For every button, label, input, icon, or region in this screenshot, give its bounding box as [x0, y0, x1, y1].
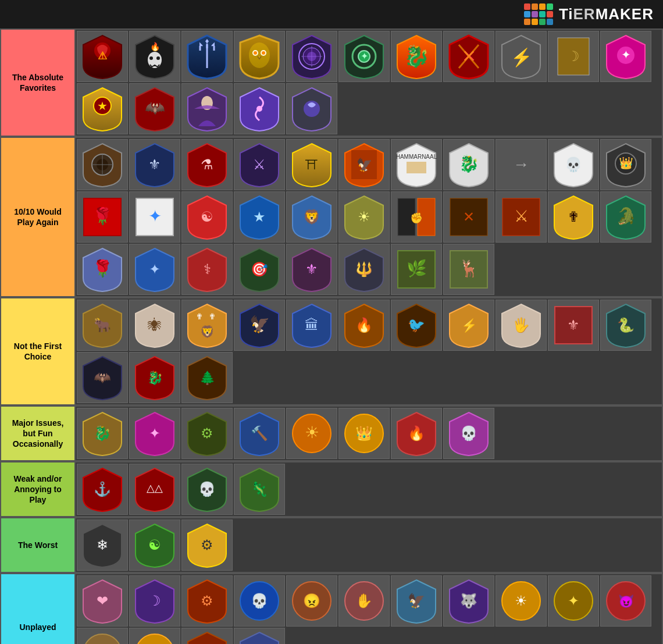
- list-item[interactable]: 🌹: [77, 191, 128, 243]
- svg-text:🖐: 🖐: [512, 316, 530, 333]
- list-item[interactable]: 🐍: [600, 300, 651, 351]
- list-item[interactable]: [286, 83, 337, 134]
- list-item[interactable]: ✋: [338, 575, 390, 627]
- list-item[interactable]: 🕷: [129, 300, 180, 351]
- list-item[interactable]: 🔱: [338, 244, 390, 295]
- list-item[interactable]: 🐛: [77, 628, 128, 644]
- list-item[interactable]: ✦: [548, 575, 599, 627]
- list-item[interactable]: ⚙: [181, 408, 233, 459]
- list-item[interactable]: 💀: [181, 464, 233, 515]
- list-item[interactable]: ⚡: [443, 300, 494, 351]
- list-item[interactable]: 🐺: [443, 575, 494, 627]
- list-item[interactable]: ★: [234, 191, 285, 243]
- list-item[interactable]: △△: [129, 464, 180, 515]
- svg-text:🦁: 🦁: [303, 208, 320, 225]
- tier-items-not-first-choice: 🐂 🕷 ✟✟🦁 🦅 🏛 🔥 🐦 ⚡: [76, 298, 662, 404]
- list-item[interactable]: ⚙: [181, 520, 233, 571]
- list-item[interactable]: ★: [77, 83, 128, 134]
- logo-color-cell: [539, 3, 546, 10]
- list-item[interactable]: 🦁: [286, 191, 337, 243]
- list-item[interactable]: ✦: [338, 31, 390, 82]
- list-item[interactable]: ✦: [129, 244, 180, 295]
- list-item[interactable]: 😠: [286, 575, 337, 627]
- list-item[interactable]: 🦅: [234, 300, 285, 351]
- list-item[interactable]: ☀: [496, 575, 547, 627]
- list-item[interactable]: ✕: [181, 628, 233, 644]
- list-item[interactable]: ✕: [443, 191, 494, 243]
- svg-text:☯: ☯: [201, 209, 213, 225]
- list-item[interactable]: ⚕: [181, 244, 233, 295]
- logo-color-cell: [532, 3, 538, 10]
- svg-text:💀: 💀: [198, 481, 216, 497]
- list-item[interactable]: 🔥: [391, 408, 442, 459]
- list-item[interactable]: 🎯: [234, 244, 285, 295]
- list-item[interactable]: ☽: [548, 31, 599, 82]
- list-item[interactable]: 👑: [600, 139, 651, 190]
- list-item[interactable]: ✦: [129, 408, 180, 459]
- list-item[interactable]: ⚔: [496, 191, 547, 243]
- list-item[interactable]: 🔥: [338, 300, 390, 351]
- list-item[interactable]: ☽: [129, 575, 180, 627]
- list-item[interactable]: ✊: [391, 191, 442, 243]
- list-item[interactable]: ☯: [181, 191, 233, 243]
- list-item[interactable]: ✦: [129, 191, 180, 243]
- list-item[interactable]: 🐂: [77, 300, 128, 351]
- list-item[interactable]: ☀: [286, 408, 337, 459]
- list-item[interactable]: 🐉: [77, 408, 128, 459]
- list-item[interactable]: 🐦: [391, 300, 442, 351]
- list-item[interactable]: 💀: [234, 575, 285, 627]
- list-item[interactable]: ☯: [129, 520, 180, 571]
- list-item[interactable]: 🌲: [181, 352, 233, 403]
- list-item[interactable]: ⚓: [77, 464, 128, 515]
- list-item[interactable]: 🐉: [129, 352, 180, 403]
- list-item[interactable]: 🐉: [391, 31, 442, 82]
- list-item[interactable]: ❄: [77, 520, 128, 571]
- list-item[interactable]: 👑: [338, 408, 390, 459]
- list-item[interactable]: 🦇: [129, 83, 180, 134]
- list-item[interactable]: [286, 31, 337, 82]
- list-item[interactable]: ✕: [443, 31, 494, 82]
- list-item[interactable]: 😈: [600, 575, 651, 627]
- list-item[interactable]: 🌹: [77, 244, 128, 295]
- list-item[interactable]: ⚠: [77, 31, 128, 82]
- list-item[interactable]: 🖐: [496, 300, 547, 351]
- list-item[interactable]: 🦅: [338, 139, 390, 190]
- list-item[interactable]: [181, 83, 233, 134]
- list-item[interactable]: ⚙: [181, 575, 233, 627]
- list-item[interactable]: 🌿: [391, 244, 442, 295]
- list-item[interactable]: ⚔: [234, 139, 285, 190]
- list-item[interactable]: ☀: [338, 191, 390, 243]
- list-item[interactable]: ⚜: [548, 300, 599, 351]
- list-item[interactable]: [234, 31, 285, 82]
- list-item[interactable]: ⚗: [181, 139, 233, 190]
- list-item[interactable]: HAMMARNAAL: [391, 139, 442, 190]
- list-item[interactable]: 🐉: [443, 139, 494, 190]
- list-item[interactable]: ⚡: [496, 31, 547, 82]
- list-item[interactable]: 🦌: [443, 244, 494, 295]
- list-item[interactable]: ⛩: [286, 139, 337, 190]
- list-item[interactable]: 🏛: [286, 300, 337, 351]
- list-item[interactable]: ✦: [600, 31, 651, 82]
- list-item[interactable]: ⚜: [129, 139, 180, 190]
- svg-text:😈: 😈: [618, 593, 635, 609]
- list-item[interactable]: ✟: [548, 191, 599, 243]
- tier-row-would-play-again: 10/10 Would Play Again ⚜ ⚗ ⚔ ⛩ 🦅 H: [0, 137, 663, 297]
- list-item[interactable]: [234, 83, 285, 134]
- list-item[interactable]: 💀: [443, 408, 494, 459]
- list-item[interactable]: [77, 139, 128, 190]
- list-item[interactable]: 🦎: [234, 464, 285, 515]
- list-item[interactable]: 🔨: [234, 408, 285, 459]
- list-item[interactable]: 🦅: [234, 628, 285, 644]
- svg-text:🌹: 🌹: [92, 207, 113, 226]
- list-item[interactable]: 🔥: [129, 31, 180, 82]
- list-item[interactable]: 💀: [548, 139, 599, 190]
- list-item[interactable]: ⚙: [129, 628, 180, 644]
- list-item[interactable]: 🐊: [600, 191, 651, 243]
- list-item[interactable]: 🦅: [391, 575, 442, 627]
- list-item[interactable]: ❤: [77, 575, 128, 627]
- svg-text:✋: ✋: [355, 592, 373, 609]
- list-item[interactable]: 🦇: [77, 352, 128, 403]
- list-item[interactable]: [181, 31, 233, 82]
- list-item[interactable]: ⚜: [286, 244, 337, 295]
- list-item[interactable]: ✟✟🦁: [181, 300, 233, 351]
